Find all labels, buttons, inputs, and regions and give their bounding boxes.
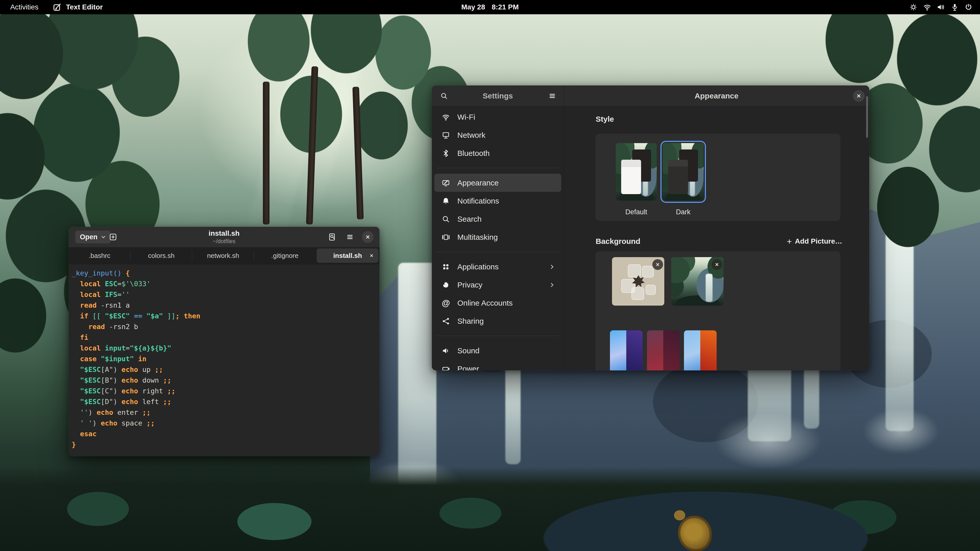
add-picture-label: Add Picture… — [795, 237, 842, 245]
tab-bar: .bashrccolors.shnetwork.sh.gitignoreinst… — [68, 247, 380, 264]
at-icon: @ — [442, 299, 450, 307]
dark-variant-preview — [663, 330, 679, 370]
style-option-label: Default — [616, 208, 657, 216]
sidebar-item-sound[interactable]: Sound — [434, 341, 561, 360]
sidebar-item-online-accounts[interactable]: @Online Accounts — [434, 294, 561, 312]
settings-menu-button[interactable] — [546, 90, 558, 102]
new-tab-icon — [109, 233, 118, 241]
brightness-icon[interactable] — [908, 2, 918, 12]
sidebar-item-multitasking[interactable]: Multitasking — [434, 228, 561, 246]
tab-colors[interactable]: colors.sh — [130, 247, 192, 264]
wallpaper-foliage — [0, 467, 980, 551]
search-icon — [442, 215, 450, 224]
settings-scrollbar[interactable] — [866, 96, 868, 138]
background-section-label: Background — [596, 237, 640, 246]
hamburger-menu-icon — [548, 92, 557, 100]
sidebar-item-label: Power — [457, 365, 479, 371]
remove-background-button[interactable] — [652, 259, 663, 270]
code-line: "$ESC[A") echo up ;; — [72, 364, 380, 375]
wallpaper-mist — [714, 413, 822, 469]
tab-network[interactable]: network.sh — [192, 247, 254, 264]
turtle-head — [674, 510, 685, 520]
style-section-label: Style — [596, 115, 614, 124]
plus-icon: + — [787, 237, 792, 246]
code-line: fi — [72, 332, 380, 343]
sound-icon — [442, 346, 450, 355]
style-option-default[interactable] — [616, 143, 657, 200]
panel-title: Appearance — [564, 86, 869, 106]
sidebar-item-bluetooth[interactable]: Bluetooth — [434, 144, 561, 162]
document-name: install.sh — [145, 229, 303, 238]
code-line: local IFS='' — [72, 289, 380, 300]
close-tab-icon[interactable] — [368, 252, 375, 259]
appearance-icon — [442, 179, 450, 187]
style-preview-front-window — [621, 160, 641, 194]
sidebar-item-sharing[interactable]: Sharing — [434, 312, 561, 330]
status-icons[interactable] — [908, 0, 974, 14]
code-line: read -rsn2 b — [72, 321, 380, 332]
sidebar-item-notifications[interactable]: Notifications — [434, 192, 561, 210]
dark-variant-preview — [700, 330, 717, 370]
close-icon — [856, 93, 862, 99]
wallpaper-turtle — [675, 510, 716, 551]
hamburger-menu-icon — [345, 233, 354, 241]
microphone-icon[interactable] — [950, 2, 959, 12]
settings-search-button[interactable] — [438, 90, 450, 102]
code-line: "$ESC[B") echo down ;; — [72, 375, 380, 386]
wallpaper-waterfall — [398, 263, 436, 487]
battery-icon — [442, 365, 450, 371]
sidebar-item-label: Network — [457, 131, 485, 140]
sidebar-item-network[interactable]: Network — [434, 126, 561, 144]
tab-label: .bashrc — [89, 252, 110, 260]
style-option-label: Dark — [663, 208, 703, 216]
add-picture-button[interactable]: + Add Picture… — [787, 236, 842, 247]
sidebar-item-label: Notifications — [457, 197, 499, 205]
sidebar-item-privacy[interactable]: Privacy — [434, 276, 561, 294]
code-line: if [[ "$ESC" == "$a" ]]; then — [72, 311, 380, 321]
code-line: "$ESC[D") echo left ;; — [72, 396, 380, 407]
sidebar-item-appearance[interactable]: Appearance — [434, 174, 561, 192]
editor-close-button[interactable] — [362, 231, 374, 243]
sidebar-item-label: Sharing — [457, 317, 484, 326]
code-line — [72, 450, 380, 456]
sidebar-item-label: Appearance — [457, 179, 499, 187]
tab-bashrc[interactable]: .bashrc — [68, 247, 130, 264]
chevron-down-icon — [100, 234, 106, 240]
background-thumb-pixels[interactable] — [610, 330, 643, 370]
forest-art-waterfall — [706, 274, 713, 302]
clock[interactable]: May 28 8:21 PM — [0, 0, 980, 14]
settings-close-button[interactable] — [853, 90, 865, 102]
grid-icon — [442, 262, 450, 271]
style-option-dark[interactable] — [663, 143, 703, 200]
chevron-right-icon — [549, 263, 555, 270]
desktop: Activities Text Editor May 28 8:21 PM Op… — [0, 0, 980, 551]
power-icon[interactable] — [964, 2, 974, 12]
sidebar-item-wifi[interactable]: Wi-Fi — [434, 108, 561, 126]
sidebar-item-applications[interactable]: Applications — [434, 258, 561, 276]
code-editor[interactable]: _key_input() { local ESC=$'\033' local I… — [68, 264, 380, 456]
search-document-button[interactable] — [326, 231, 338, 243]
tab-install[interactable]: install.sh — [317, 248, 379, 263]
settings-window: Settings Appearance Wi-FiNetworkBluetoot… — [432, 86, 869, 370]
volume-icon[interactable] — [936, 2, 946, 12]
background-thumb-forest-waterfall[interactable] — [671, 257, 724, 306]
background-thumb-dragon-logo[interactable] — [612, 257, 664, 306]
background-thumb-drool[interactable] — [684, 330, 717, 370]
top-bar: Activities Text Editor May 28 8:21 PM — [0, 0, 980, 14]
multitasking-icon — [442, 233, 450, 241]
sidebar-item-search[interactable]: Search — [434, 210, 561, 228]
background-thumb-fold[interactable] — [647, 330, 679, 370]
chevron-right-icon — [549, 281, 555, 289]
tab-gitignore[interactable]: .gitignore — [254, 247, 316, 264]
share-icon — [442, 317, 450, 326]
sidebar-item-power[interactable]: Power — [434, 360, 561, 370]
remove-background-button[interactable] — [711, 259, 722, 270]
wifi-icon[interactable] — [922, 2, 932, 12]
sidebar-separator — [436, 168, 559, 168]
new-tab-button[interactable] — [107, 231, 119, 243]
text-editor-headerbar: Open install.sh ~/dotfiles — [68, 227, 380, 247]
open-button[interactable]: Open — [75, 230, 111, 243]
code-line: read -rsn1 a — [72, 300, 380, 311]
document-search-icon — [328, 233, 336, 241]
editor-menu-button[interactable] — [344, 231, 356, 243]
